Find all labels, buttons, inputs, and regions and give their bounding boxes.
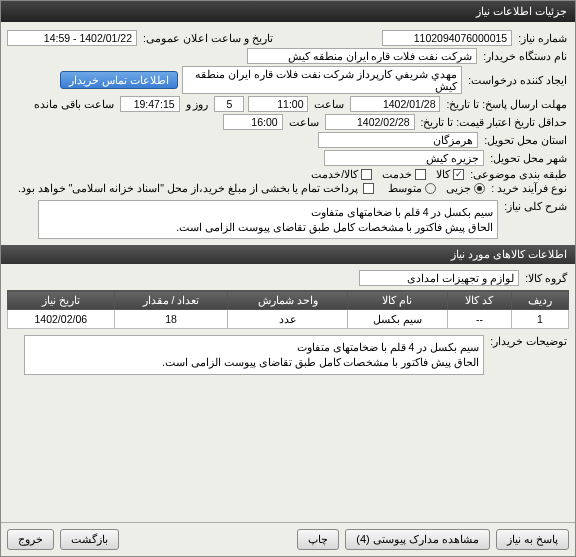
cell-qty: 18 [114,310,228,329]
process-medium[interactable]: متوسط [388,182,436,194]
process-partial[interactable]: جزیی [446,182,485,194]
buyer-notes-box: سیم بکسل در 4 قلم با ضخامتهای متفاوت الح… [24,335,484,374]
province-label: استان محل تحویل: [482,134,569,146]
footer-bar: پاسخ به نیاز مشاهده مدارک پیوستی (4) چاپ… [1,522,575,556]
window-title: جزئیات اطلاعات نیاز [476,5,567,17]
validity-date: 1402/02/28 [325,114,415,130]
desc-line2: الحاق پیش فاکتور با مشخصات کامل طبق تقاض… [43,220,493,235]
treasury-note-check[interactable]: پرداخت تمام یا بخشی از مبلغ خرید،از محل … [16,182,374,194]
remaining-label: ساعت باقی مانده [32,98,116,110]
category-goods-label: کالا [436,168,450,180]
checkbox-icon [453,169,464,180]
desc-label: شرح کلی نیاز: [502,200,569,212]
table-header-row: ردیف کد کالا نام کالا واحد شمارش تعداد /… [8,291,569,310]
respond-button[interactable]: پاسخ به نیاز [496,529,569,550]
table-row[interactable]: 1 -- سیم بکسل عدد 18 1402/02/06 [8,310,569,329]
process-group: جزیی متوسط [388,182,485,194]
note-line1: سیم بکسل در 4 قلم با ضخامتهای متفاوت [29,340,479,355]
deadline-date: 1402/01/28 [350,96,440,112]
buyer-org-label: نام دستگاه خریدار: [481,50,569,62]
attachments-button[interactable]: مشاهده مدارک پیوستی (4) [345,529,490,550]
col-name: نام کالا [347,291,447,310]
category-group: کالا خدمت کالا/خدمت [311,168,464,180]
exit-button[interactable]: خروج [7,529,54,550]
checkbox-icon [415,169,426,180]
process-medium-label: متوسط [388,182,422,194]
cell-row: 1 [511,310,568,329]
validity-label: حداقل تاریخ اعتبار قیمت: تا تاریخ: [419,116,569,128]
buyer-org-value: شرکت نفت فلات قاره ایران منطقه کیش [247,48,477,64]
description-box: سیم بکسل در 4 قلم با ضخامتهای متفاوت الح… [38,200,498,239]
category-service[interactable]: خدمت [382,168,426,180]
remaining-time: 19:47:15 [120,96,180,112]
note-line2: الحاق پیش فاکتور با مشخصات کامل طبق تقاض… [29,355,479,370]
radio-icon [474,183,485,194]
col-unit: واحد شمارش [228,291,347,310]
contact-buyer-button[interactable]: اطلاعات تماس خریدار [60,71,178,89]
category-goods-service[interactable]: کالا/خدمت [311,168,372,180]
time-label-1: ساعت [312,98,346,110]
cell-unit: عدد [228,310,347,329]
cell-code: -- [447,310,511,329]
col-code: کد کالا [447,291,511,310]
city-label: شهر محل تحویل: [488,152,569,164]
category-label: طبقه بندی موضوعی: [468,168,569,180]
announce-value: 1402/01/22 - 14:59 [7,30,137,46]
checkbox-icon [361,169,372,180]
cell-date: 1402/02/06 [8,310,115,329]
category-service-label: خدمت [382,168,412,180]
req-number-label: شماره نیاز: [516,32,569,44]
col-date: تاریخ نیاز [8,291,115,310]
city-value: جزیره کیش [324,150,484,166]
buyer-notes-label: توضیحات خریدار: [488,335,569,347]
requester-label: ایجاد کننده درخواست: [466,74,569,86]
radio-icon [425,183,436,194]
treasury-note-label: پرداخت تمام یا بخشی از مبلغ خرید،از محل … [16,182,360,194]
req-number-value: 1102094076000015 [382,30,512,46]
main-content: شماره نیاز: 1102094076000015 تاریخ و ساع… [1,22,575,522]
cell-name: سیم بکسل [347,310,447,329]
col-qty: تعداد / مقدار [114,291,228,310]
days-label: روز و [184,98,211,110]
deadline-label: مهلت ارسال پاسخ: تا تاریخ: [444,98,569,110]
print-button[interactable]: چاپ [297,529,339,550]
time-label-2: ساعت [287,116,321,128]
category-goods-service-label: کالا/خدمت [311,168,358,180]
province-value: هرمزگان [318,132,478,148]
items-section-header: اطلاعات کالاهای مورد نیاز [1,245,575,264]
process-partial-label: جزیی [446,182,471,194]
deadline-time: 11:00 [248,96,308,112]
category-goods[interactable]: کالا [436,168,464,180]
group-value: لوازم و تجهیزات امدادی [359,270,519,286]
process-label: نوع فرآیند خرید : [489,182,569,194]
requester-value: مهدي شريفي کارپرداز شرکت نفت فلات قاره ا… [182,66,462,94]
desc-line1: سیم بکسل در 4 قلم با ضخامتهای متفاوت [43,205,493,220]
back-button[interactable]: بازگشت [60,529,119,550]
days-value: 5 [214,96,244,112]
checkbox-icon [363,183,374,194]
col-row: ردیف [511,291,568,310]
validity-time: 16:00 [223,114,283,130]
group-label: گروه کالا: [523,272,569,284]
announce-label: تاریخ و ساعت اعلان عمومی: [141,32,275,44]
window-titlebar: جزئیات اطلاعات نیاز [1,1,575,22]
items-table: ردیف کد کالا نام کالا واحد شمارش تعداد /… [7,290,569,329]
